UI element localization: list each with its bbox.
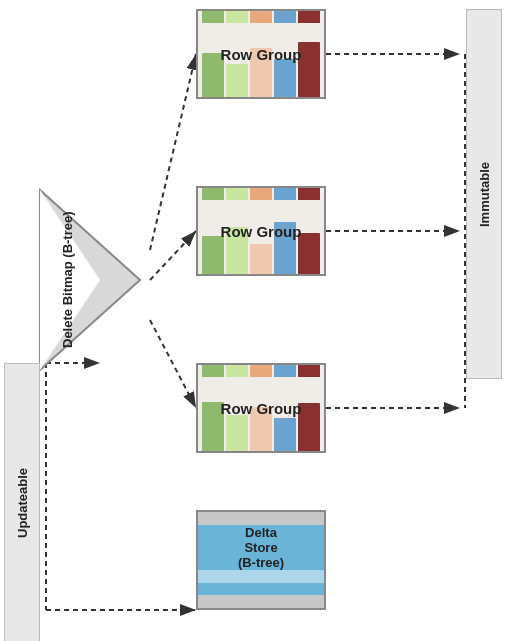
row-group-2: Row Group (196, 186, 326, 276)
row-group-1-label: Row Group (221, 46, 302, 63)
row-group-3: Row Group (196, 363, 326, 453)
row-group-1: Row Group (196, 9, 326, 99)
delta-store-row-2: DeltaStore(B-tree) (198, 525, 324, 570)
delta-store: DeltaStore(B-tree) (196, 510, 326, 610)
diagram-container: Row Group Row Group (0, 0, 510, 641)
delete-bitmap: Delete Bitmap (B-tree) (30, 180, 150, 380)
delta-store-row-1 (198, 512, 324, 525)
delta-store-row-5 (198, 595, 324, 608)
svg-line-9 (150, 54, 196, 250)
delta-store-label: DeltaStore(B-tree) (238, 525, 284, 570)
updateable-label: Updateable (4, 363, 40, 641)
delta-store-row-4 (198, 583, 324, 596)
immutable-label: Immutable (466, 9, 502, 379)
row-group-3-label: Row Group (221, 400, 302, 417)
delta-store-row-3 (198, 570, 324, 583)
delete-bitmap-label: Delete Bitmap (B-tree) (38, 200, 98, 360)
svg-line-10 (150, 231, 196, 280)
row-group-2-label: Row Group (221, 223, 302, 240)
svg-line-11 (150, 320, 196, 408)
